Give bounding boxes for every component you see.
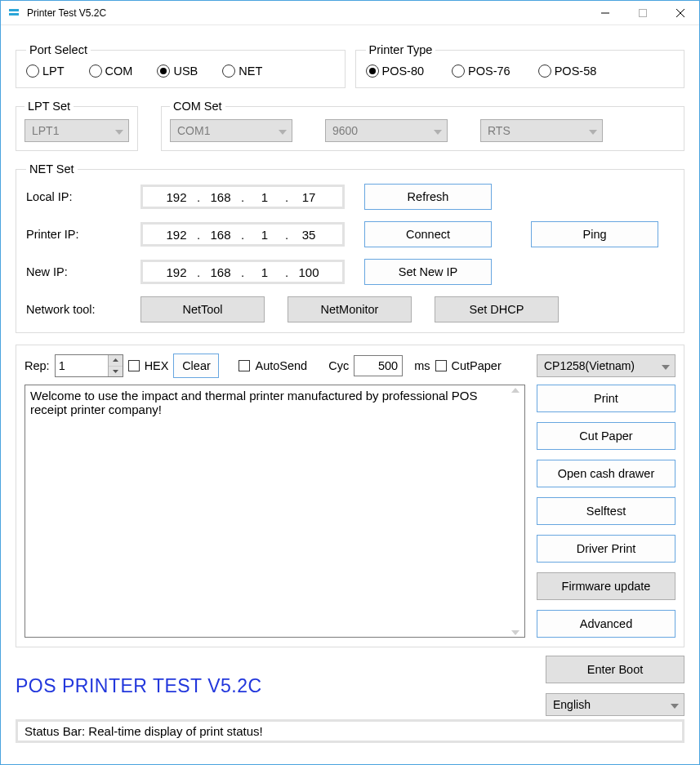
set-new-ip-button[interactable]: Set New IP [364,259,492,285]
printer-type-group: Printer Type POS-80POS-76POS-58 [355,43,685,88]
lpt-port-dropdown: LPT1 [25,119,129,142]
ip-octet[interactable]: 192 [158,190,194,204]
driver-print-button[interactable]: Driver Print [537,535,675,563]
autosend-label: AutoSend [255,359,307,372]
com-port-value: COM1 [177,124,210,137]
lpt-set-group: LPT Set LPT1 [16,100,138,151]
port-radio-label: NET [239,64,262,78]
com-baud-dropdown: 9600 [325,119,448,142]
radio-icon [366,64,379,78]
com-flow-value: RTS [488,124,511,137]
printer-type-radio-pos-58[interactable]: POS-58 [538,64,597,78]
enter-boot-button[interactable]: Enter Boot [546,656,684,683]
radio-icon [157,64,170,78]
clear-button[interactable]: Clear [173,354,219,378]
port-select-legend: Port Select [26,43,91,56]
set-dhcp-button[interactable]: Set DHCP [435,296,559,322]
ip-octet[interactable]: 35 [291,228,327,242]
refresh-button[interactable]: Refresh [364,184,492,210]
cut-paper-button[interactable]: Cut Paper [537,422,675,450]
port-radio-com[interactable]: COM [89,64,133,78]
new-ip-input[interactable]: 192. 168. 1. 100 [140,260,345,284]
close-button[interactable] [662,1,699,25]
lpt-port-value: LPT1 [32,124,59,137]
com-baud-value: 9600 [332,124,358,137]
ip-octet[interactable]: 168 [203,190,239,204]
svg-rect-0 [9,9,19,11]
chevron-down-icon [115,124,123,137]
firmware-update-button[interactable]: Firmware update [537,572,675,600]
ip-octet[interactable]: 168 [203,265,239,279]
port-radio-net[interactable]: NET [222,64,262,78]
com-set-legend: COM Set [170,100,225,113]
status-text: Status Bar: Real-time display of print s… [25,724,263,738]
print-button[interactable]: Print [537,385,675,412]
port-radio-label: USB [173,64,198,78]
autosend-checkbox[interactable] [239,360,250,371]
port-radio-label: LPT [42,64,65,78]
local-ip-input[interactable]: 192. 168. 1. 17 [140,185,345,209]
printer-type-radio-label: POS-80 [382,64,425,78]
radio-icon [222,64,235,78]
selftest-button[interactable]: Selftest [537,497,675,525]
window-title: Printer Test V5.2C [27,7,106,19]
language-dropdown[interactable]: English [546,693,684,716]
spin-down-button[interactable] [109,367,123,377]
ping-button[interactable]: Ping [531,221,658,247]
cutpaper-label: CutPaper [452,359,502,372]
ip-octet[interactable]: 168 [203,228,239,242]
ip-octet[interactable]: 100 [291,265,327,279]
hex-label: HEX [145,359,169,372]
ip-octet[interactable]: 17 [291,190,327,204]
advanced-button[interactable]: Advanced [537,610,675,638]
svg-rect-3 [640,9,647,16]
nettool-button[interactable]: NetTool [140,296,265,322]
chevron-down-icon [662,359,670,372]
chevron-down-icon [279,124,287,137]
radio-icon [26,64,39,78]
rep-spinner[interactable] [55,354,123,377]
cyc-label: Cyc [328,359,349,372]
ip-octet[interactable]: 192 [158,265,194,279]
open-cash-drawer-button[interactable]: Open cash drawer [537,460,675,487]
hex-checkbox[interactable] [128,360,140,371]
ip-octet[interactable]: 1 [247,190,283,204]
ip-octet[interactable]: 1 [247,265,283,279]
maximize-button [624,1,662,25]
network-tool-label: Network tool: [26,303,140,316]
com-port-dropdown: COM1 [170,119,292,142]
new-ip-label: New IP: [26,265,140,278]
app-title: POS PRINTER TEST V5.2C [16,675,262,697]
port-radio-label: COM [105,64,133,78]
ip-octet[interactable]: 1 [247,228,283,242]
printer-type-radio-pos-80[interactable]: POS-80 [366,64,425,78]
com-flow-dropdown: RTS [480,119,603,142]
spin-up-button[interactable] [109,355,123,367]
ip-octet[interactable]: 192 [158,228,194,242]
cutpaper-checkbox[interactable] [435,360,447,371]
encoding-dropdown[interactable]: CP1258(Vietnam) [537,354,675,377]
language-value: English [553,698,591,711]
send-text-area[interactable] [25,385,525,638]
printer-ip-input[interactable]: 192. 168. 1. 35 [140,222,345,247]
encoding-value: CP1258(Vietnam) [544,359,635,372]
svg-rect-1 [9,13,19,16]
chevron-down-icon [671,698,679,711]
cyc-input[interactable] [354,355,403,376]
netmonitor-button[interactable]: NetMonitor [288,296,412,322]
content-area: Port Select LPTCOMUSBNET Printer Type PO… [1,25,699,727]
port-radio-usb[interactable]: USB [157,64,198,78]
printer-type-radio-pos-76[interactable]: POS-76 [452,64,511,78]
radio-icon [538,64,551,78]
chevron-down-icon [434,124,442,137]
connect-button[interactable]: Connect [364,221,492,247]
minimize-button[interactable] [586,1,624,25]
app-window: Printer Test V5.2C Port Select LPTCOMUSB… [0,0,700,765]
radio-icon [89,64,102,78]
port-radio-lpt[interactable]: LPT [26,64,65,78]
printer-type-legend: Printer Type [366,43,436,56]
com-set-group: COM Set COM1 9600 RTS [161,100,684,151]
printer-type-radio-label: POS-58 [555,64,597,78]
lpt-set-legend: LPT Set [25,100,74,113]
rep-input[interactable] [56,355,108,376]
